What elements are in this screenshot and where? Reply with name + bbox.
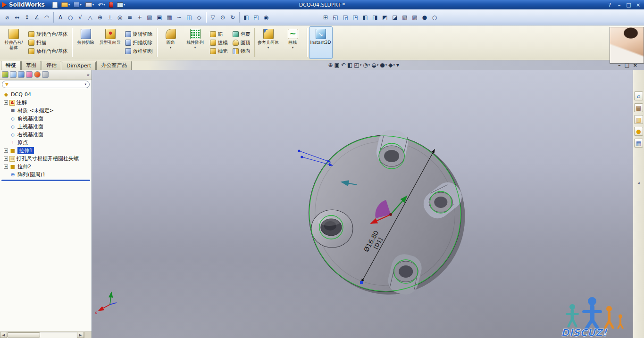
instant3d-toggle[interactable]: Instant3D xyxy=(309,26,333,59)
dimension-handle[interactable] xyxy=(360,281,363,284)
extruded-boss-button[interactable]: 拉伸凸台/基体 xyxy=(2,26,25,59)
tab-evaluate[interactable]: 评估 xyxy=(42,61,61,70)
reference-geometry-button[interactable]: 参考几何体 ▾ xyxy=(257,26,280,59)
tab-features[interactable]: 特征 xyxy=(1,61,21,70)
appearances-icon[interactable]: ● xyxy=(634,127,643,136)
open-dropdown-icon[interactable]: ▾ xyxy=(68,3,70,7)
expand-toggle[interactable] xyxy=(4,173,8,177)
design-library-icon[interactable]: ▤ xyxy=(634,103,643,112)
surface-finish-icon[interactable]: √ xyxy=(75,12,85,23)
reference-geometry-dropdown-icon[interactable]: ▾ xyxy=(268,46,269,49)
custom-tab-icon[interactable] xyxy=(42,71,49,78)
vertical-dimension-icon[interactable]: ↕ xyxy=(22,12,32,23)
rebuild-view-icon[interactable]: ↻ xyxy=(228,12,237,23)
dropdown-icon[interactable]: ▾ xyxy=(385,63,387,67)
right-view-icon[interactable]: ◧ xyxy=(360,12,370,23)
lofted-cut-button[interactable]: 放样切割 xyxy=(124,48,154,55)
previous-view-button[interactable]: ↶ xyxy=(341,62,346,68)
extruded-cut-button[interactable]: 拉伸切除 xyxy=(74,26,98,59)
hole-wizard-button[interactable]: 异型孔向导 xyxy=(99,26,122,59)
open-document-button[interactable]: ▾ xyxy=(60,1,72,9)
front-view-icon[interactable]: ◱ xyxy=(331,12,340,23)
mirror-entities-icon[interactable]: ◫ xyxy=(184,12,194,23)
filter-box[interactable]: ▼ ▾ xyxy=(2,81,90,88)
pattern-dropdown-icon[interactable]: ▾ xyxy=(194,46,196,49)
isometric-view-icon[interactable]: ◪ xyxy=(390,12,400,23)
hole-callout-icon[interactable]: ◎ xyxy=(115,12,125,23)
view-settings-button[interactable]: ▾ xyxy=(396,62,399,68)
save-button[interactable]: ▾ xyxy=(72,1,83,9)
zoom-to-fit-button[interactable]: ⊕ xyxy=(328,62,333,68)
filter-dropdown-icon[interactable]: ▾ xyxy=(84,82,86,86)
arc-dimension-icon[interactable]: ◠ xyxy=(42,12,51,23)
scroll-left-button[interactable]: ◀ xyxy=(0,332,7,338)
tree-root-part[interactable]: ◆ DCQ-04 xyxy=(0,91,92,99)
revolved-boss-button[interactable]: 旋转凸台/基体 xyxy=(27,31,69,38)
zoom-fit-icon[interactable]: ⊞ xyxy=(321,12,330,23)
hide-show-items-button[interactable]: ◒▾ xyxy=(371,62,378,68)
curves-dropdown-icon[interactable]: ▾ xyxy=(292,46,294,49)
home-icon[interactable]: ⌂ xyxy=(634,91,643,100)
expand-toggle[interactable]: + xyxy=(4,148,8,153)
view-orientation-button[interactable]: ◰▾ xyxy=(354,62,361,68)
graphics-viewport[interactable]: Ø16.80 [D1] xyxy=(92,70,633,338)
expand-toggle[interactable]: + xyxy=(4,165,8,169)
rebuild-button[interactable] xyxy=(108,1,115,9)
datum-feature-icon[interactable]: ⊥ xyxy=(105,12,115,23)
tree-item-extrude1[interactable]: + ■ 拉伸1 xyxy=(0,147,92,155)
zoom-to-selection-icon[interactable]: ⊙ xyxy=(218,12,227,23)
panel-resize-grip[interactable] xyxy=(84,332,92,338)
wrap-button[interactable]: 包覆 xyxy=(232,31,251,38)
dropdown-icon[interactable]: ▾ xyxy=(368,63,370,67)
section-view-icon[interactable]: ◧ xyxy=(242,12,251,23)
tree-item-origin[interactable]: ⊥ 原点 xyxy=(0,139,92,147)
file-explorer-icon[interactable]: ▥ xyxy=(634,115,643,124)
expand-toggle[interactable] xyxy=(4,108,8,113)
top-view-icon[interactable]: ◨ xyxy=(370,12,380,23)
dropdown-icon[interactable]: ▾ xyxy=(393,63,395,67)
smart-dimension-icon[interactable]: ⌀ xyxy=(2,12,12,23)
minimize-button[interactable]: – xyxy=(615,1,623,8)
sweep-button[interactable]: 扫描 xyxy=(27,40,69,46)
print-button[interactable]: ▾ xyxy=(84,1,96,9)
undo-button[interactable]: ↶▾ xyxy=(96,1,106,9)
mirror-button[interactable]: 镜向 xyxy=(232,48,251,55)
dome-button[interactable]: 圆顶 xyxy=(232,40,251,46)
close-button[interactable]: × xyxy=(634,1,642,8)
offset-entities-icon[interactable]: ◇ xyxy=(194,12,204,23)
expand-toggle[interactable] xyxy=(4,140,8,145)
options-button[interactable]: ▾ xyxy=(116,1,127,9)
trimetric-view-icon[interactable]: ▨ xyxy=(410,12,419,23)
task-pane-collapse-icon[interactable]: ◂ xyxy=(637,181,640,185)
dropdown-icon[interactable]: ▾ xyxy=(377,63,379,67)
expand-toggle[interactable] xyxy=(4,124,8,129)
options-dropdown-icon[interactable]: ▾ xyxy=(124,3,125,7)
area-hatch-icon[interactable]: ▨ xyxy=(145,12,154,23)
table-icon[interactable]: ▦ xyxy=(165,12,174,23)
undo-dropdown-icon[interactable]: ▾ xyxy=(103,3,105,7)
apply-scene-button[interactable]: ◆▾ xyxy=(388,62,395,68)
tree-item-circular-pattern[interactable]: ⊕ 阵列(圆周)1 xyxy=(0,171,92,179)
maximize-button[interactable]: □ xyxy=(625,1,633,8)
tree-item-hole-note[interactable]: + ▤ 打孔尺寸根据开槽圆柱头螺 xyxy=(0,155,92,163)
edit-appearance-button[interactable]: ●▾ xyxy=(380,62,387,68)
fillet-button[interactable]: 圆角 ▾ xyxy=(159,26,183,59)
wireframe-view-icon[interactable]: ○ xyxy=(430,12,439,23)
spline-icon[interactable]: ~ xyxy=(175,12,184,23)
center-mark-icon[interactable]: + xyxy=(135,12,144,23)
left-view-icon[interactable]: ◳ xyxy=(351,12,360,23)
property-manager-icon[interactable] xyxy=(10,71,17,78)
tree-item-front-plane[interactable]: ◇ 前视基准面 xyxy=(0,115,92,123)
selection-filter-icon[interactable]: ▽ xyxy=(208,12,217,23)
scrollbar-track[interactable] xyxy=(7,332,77,338)
tree-item-top-plane[interactable]: ◇ 上视基准面 xyxy=(0,123,92,131)
shell-button[interactable]: 抽壳 xyxy=(209,48,229,55)
tree-item-extrude2[interactable]: + ■ 拉伸2 xyxy=(0,163,92,171)
tab-office-products[interactable]: 办公室产品 xyxy=(96,61,132,70)
tree-item-right-plane[interactable]: ◇ 右视基准面 xyxy=(0,131,92,139)
shaded-view-icon[interactable]: ● xyxy=(420,12,429,23)
curves-button[interactable]: 曲线 ▾ xyxy=(281,26,305,59)
linear-pattern-button[interactable]: 线性阵列 ▾ xyxy=(184,26,207,59)
geometric-tolerance-icon[interactable]: ⊕ xyxy=(95,12,105,23)
section-view-button[interactable]: ◧ xyxy=(347,62,352,68)
